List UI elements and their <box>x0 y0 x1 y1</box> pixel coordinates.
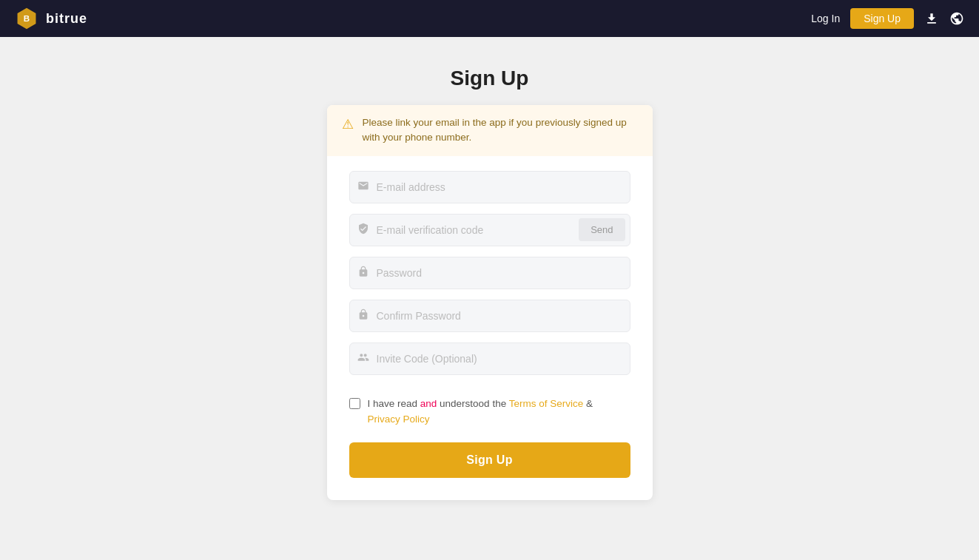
terms-of-service-link[interactable]: Terms of Service <box>509 398 584 409</box>
alert-message: Please link your email in the app if you… <box>363 115 638 146</box>
header: B bitrue Log In Sign Up <box>0 0 979 37</box>
user-icon <box>350 351 377 365</box>
signup-submit-button[interactable]: Sign Up <box>349 442 630 478</box>
password-input-group <box>349 257 630 289</box>
lock-icon <box>350 266 377 280</box>
email-input[interactable] <box>377 172 630 203</box>
download-button[interactable] <box>924 11 939 26</box>
shield-icon <box>350 223 377 237</box>
page-title: Sign Up <box>451 67 529 90</box>
terms-text: I have read and understood the Terms of … <box>368 396 593 428</box>
main-content: Sign Up ⚠ Please link your email in the … <box>0 37 979 530</box>
alert-banner: ⚠ Please link your email in the app if y… <box>327 105 653 156</box>
svg-text:B: B <box>24 14 30 23</box>
verification-input[interactable] <box>377 215 579 246</box>
header-signup-button[interactable]: Sign Up <box>850 8 914 29</box>
confirm-password-input-group <box>349 300 630 332</box>
header-actions: Log In Sign Up <box>811 8 964 29</box>
email-icon <box>350 180 377 194</box>
logo-text: bitrue <box>46 11 87 27</box>
language-button[interactable] <box>949 11 964 26</box>
invite-code-input[interactable] <box>377 343 630 374</box>
invite-code-input-group <box>349 343 630 375</box>
password-input[interactable] <box>377 257 630 289</box>
email-input-group <box>349 171 630 203</box>
download-icon <box>924 11 939 26</box>
bitrue-logo-icon: B <box>15 7 38 30</box>
globe-icon <box>949 11 964 26</box>
form-body: Send <box>327 163 653 375</box>
terms-checkbox[interactable] <box>349 398 360 409</box>
login-button[interactable]: Log In <box>811 13 840 24</box>
lock-confirm-icon <box>350 308 377 323</box>
alert-icon: ⚠ <box>342 116 354 132</box>
verification-input-group: Send <box>349 214 630 246</box>
terms-row: I have read and understood the Terms of … <box>327 385 653 428</box>
and-highlight: and <box>420 398 437 409</box>
confirm-password-input[interactable] <box>377 300 630 331</box>
signup-form-card: ⚠ Please link your email in the app if y… <box>327 105 653 500</box>
send-code-button[interactable]: Send <box>579 218 625 241</box>
header-logo-area: B bitrue <box>15 7 87 30</box>
privacy-policy-link[interactable]: Privacy Policy <box>368 414 430 425</box>
